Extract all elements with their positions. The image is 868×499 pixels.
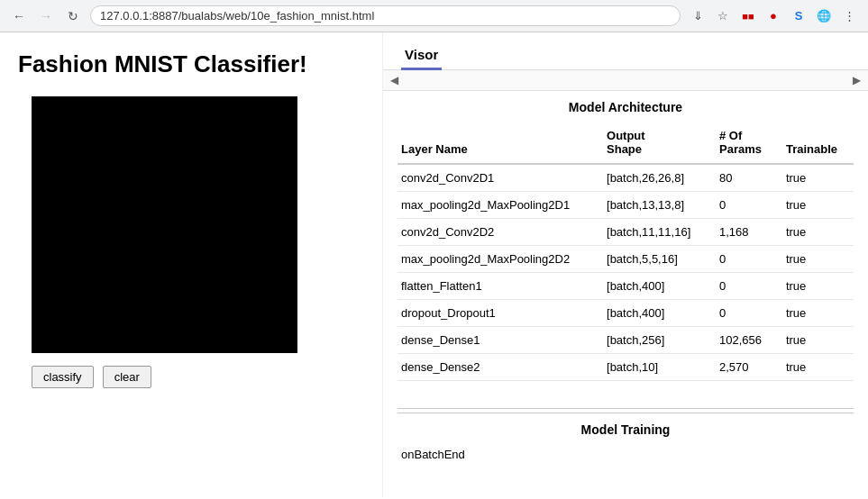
page-layout: Fashion MNIST Classifier! classify clear… [0,32,868,497]
col-output-shape: OutputShape [598,122,710,164]
table-row: max_pooling2d_MaxPooling2D1 [batch,13,13… [397,192,854,219]
action-buttons: classify clear [32,366,364,388]
cell-layer-name: dense_Dense2 [397,354,598,381]
drawing-canvas[interactable] [32,96,297,353]
opera-icon[interactable]: ● [763,6,783,26]
cell-layer-name: max_pooling2d_MaxPooling2D1 [397,192,598,219]
table-row: flatten_Flatten1 [batch,400] 0 true [397,273,854,300]
cell-output-shape: [batch,26,26,8] [598,164,710,192]
section-divider [397,408,854,409]
col-num-params: # OfParams [710,122,777,164]
cell-trainable: true [777,354,854,381]
visor-panel: Visor ◀ ▶ Model Architecture Layer Name … [383,32,868,497]
cell-trainable: true [777,219,854,246]
cell-params: 0 [710,300,777,327]
visor-tab[interactable]: Visor [401,41,442,70]
table-row: max_pooling2d_MaxPooling2D2 [batch,5,5,1… [397,246,854,273]
cell-trainable: true [777,327,854,354]
cell-output-shape: [batch,400] [598,273,710,300]
cell-trainable: true [777,246,854,273]
cell-output-shape: [batch,11,11,16] [598,219,710,246]
cell-layer-name: max_pooling2d_MaxPooling2D2 [397,246,598,273]
cell-params: 0 [710,246,777,273]
browser-chrome: ← → ↻ ⇓ ☆ ■■ ● S 🌐 ⋮ [0,0,868,32]
globe-icon[interactable]: 🌐 [814,6,834,26]
cell-trainable: true [777,164,854,192]
cell-output-shape: [batch,10] [598,354,710,381]
cell-trainable: true [777,273,854,300]
table-row: dense_Dense1 [batch,256] 102,656 true [397,327,854,354]
cell-layer-name: dropout_Dropout1 [397,300,598,327]
cell-params: 80 [710,164,777,192]
cell-params: 2,570 [710,354,777,381]
scroll-left-arrow[interactable]: ◀ [390,74,398,86]
table-row: conv2d_Conv2D2 [batch,11,11,16] 1,168 tr… [397,219,854,246]
cell-params: 0 [710,192,777,219]
model-architecture-table: Model Architecture Layer Name OutputShap… [397,91,854,381]
col-trainable: Trainable [777,122,854,164]
cell-layer-name: conv2d_Conv2D2 [397,219,598,246]
bookmark-icon[interactable]: ☆ [713,6,733,26]
forward-button[interactable]: → [36,6,56,26]
more-menu-icon[interactable]: ⋮ [839,6,859,26]
address-bar[interactable] [90,5,681,26]
cell-layer-name: conv2d_Conv2D1 [397,164,598,192]
table-row: dense_Dense2 [batch,10] 2,570 true [397,354,854,381]
model-architecture-caption: Model Architecture [397,91,854,122]
model-architecture-section: Model Architecture Layer Name OutputShap… [383,91,868,404]
page-title: Fashion MNIST Classifier! [18,50,364,78]
left-panel: Fashion MNIST Classifier! classify clear [0,32,383,497]
reload-button[interactable]: ↻ [63,6,83,26]
scroll-arrows-row: ◀ ▶ [383,70,868,91]
table-row: dropout_Dropout1 [batch,400] 0 true [397,300,854,327]
model-training-subtitle: onBatchEnd [397,442,854,463]
table-row: conv2d_Conv2D1 [batch,26,26,8] 80 true [397,164,854,192]
model-training-caption: Model Training [397,413,854,442]
cell-layer-name: dense_Dense1 [397,327,598,354]
cell-output-shape: [batch,5,5,16] [598,246,710,273]
visor-header: Visor [383,32,868,70]
model-training-section: Model Training onBatchEnd [383,413,868,472]
scroll-right-arrow[interactable]: ▶ [853,74,861,86]
table-header-row: Layer Name OutputShape # OfParams Traina… [397,122,854,164]
cell-params: 1,168 [710,219,777,246]
download-icon[interactable]: ⇓ [688,6,708,26]
col-layer-name: Layer Name [397,122,598,164]
cell-trainable: true [777,192,854,219]
cell-trainable: true [777,300,854,327]
clear-button[interactable]: clear [103,366,151,388]
extension-icon-red[interactable]: ■■ [738,6,758,26]
cell-output-shape: [batch,13,13,8] [598,192,710,219]
cell-params: 0 [710,273,777,300]
cell-output-shape: [batch,400] [598,300,710,327]
cell-params: 102,656 [710,327,777,354]
classify-button[interactable]: classify [32,366,94,388]
cell-output-shape: [batch,256] [598,327,710,354]
browser-toolbar-icons: ⇓ ☆ ■■ ● S 🌐 ⋮ [688,6,859,26]
back-button[interactable]: ← [9,6,29,26]
cell-layer-name: flatten_Flatten1 [397,273,598,300]
extension-icon-blue[interactable]: S [789,6,809,26]
